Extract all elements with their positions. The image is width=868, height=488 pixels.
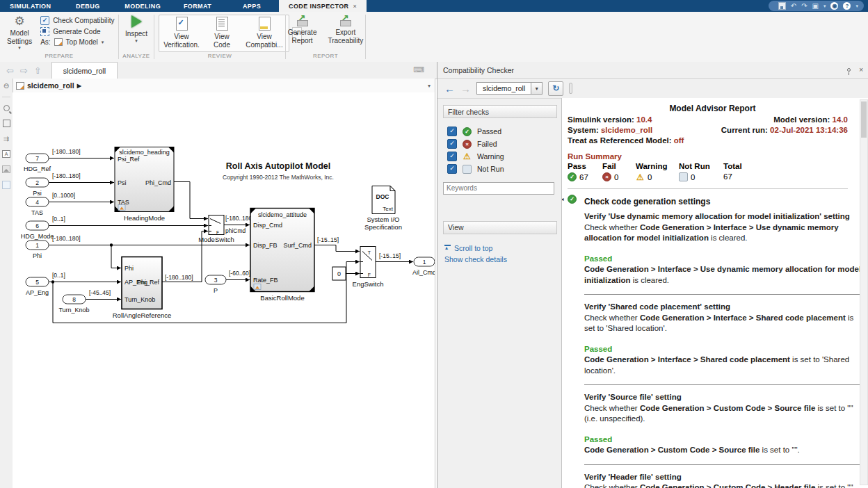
block-constant-zero[interactable]: 0 xyxy=(332,267,346,280)
model-canvas[interactable]: Roll Axis Autopilot Model Copyright 1990… xyxy=(13,92,435,488)
filter-item-failed[interactable]: ✓ × Failed xyxy=(447,139,557,149)
not-run-icon xyxy=(679,172,688,181)
signal-lines-icon[interactable]: ⇉ xyxy=(2,134,11,143)
tab-format[interactable]: FORMAT xyxy=(170,0,225,12)
check-subsection: Verify 'Source file' settingCheck whethe… xyxy=(584,392,860,456)
tab-code-inspector[interactable]: CODE INSPECTOR× xyxy=(279,0,367,12)
chevron-down-icon[interactable]: ▾ xyxy=(855,3,858,9)
tab-debug[interactable]: DEBUG xyxy=(61,0,115,12)
view-verification-label: View Verification. xyxy=(163,33,200,49)
chevron-down-icon[interactable]: ▾ xyxy=(823,3,826,9)
tab-apps[interactable]: APPS xyxy=(225,0,279,12)
splitter-handle[interactable] xyxy=(569,83,572,94)
scrollbar-thumb[interactable] xyxy=(861,101,867,138)
checkbox-checked[interactable]: ✓ xyxy=(447,139,457,149)
scroll-to-top-link[interactable]: Scroll to top xyxy=(444,244,557,252)
image-icon[interactable] xyxy=(2,165,11,174)
block-engswitch[interactable]: T F EngSwitch [-15..15] xyxy=(353,247,401,288)
capture-icon[interactable]: ▣ xyxy=(812,3,819,10)
view-header: View xyxy=(443,221,557,234)
show-check-details-link[interactable]: Show check details xyxy=(444,255,557,263)
generate-report-button[interactable]: ↗ Generate Report xyxy=(284,14,321,53)
report-scrollbar[interactable] xyxy=(860,99,868,485)
checkbox-checked[interactable]: ✓ xyxy=(447,164,457,174)
inspect-label: Inspect xyxy=(125,30,147,38)
view-code-button[interactable]: View Code xyxy=(204,15,240,51)
svg-text:Psi: Psi xyxy=(118,179,127,186)
svg-text:8: 8 xyxy=(72,296,76,303)
svg-text:[-60..60]: [-60..60] xyxy=(229,270,250,277)
block-headingmode[interactable]: slcidemo_heading Psi_Ref Psi TAS Phi_Cmd… xyxy=(115,147,174,222)
outport-ail-cmd[interactable]: 1 Ail_Cmd xyxy=(412,257,435,276)
back-icon[interactable]: ⇦ xyxy=(6,66,14,75)
view-compatibility-button[interactable]: View Compatibi... xyxy=(240,15,289,51)
pin-icon[interactable] xyxy=(847,68,851,72)
svg-text:[-180..180]: [-180..180] xyxy=(52,148,81,155)
up-icon[interactable]: ⇧ xyxy=(34,66,42,75)
undo-icon[interactable]: ↶ xyxy=(791,3,796,10)
check-compatibility-button[interactable]: ✓ Check Compatibility xyxy=(40,16,114,25)
annotation-icon[interactable]: A xyxy=(2,149,11,158)
panel-menu-icon[interactable]: × xyxy=(859,66,863,74)
redo-icon[interactable]: ↷ xyxy=(801,3,807,10)
breadcrumb[interactable]: slcidemo_roll ▶ xyxy=(16,81,81,90)
inport-turn-knob[interactable]: 8 Turn_Knob [-45..45] xyxy=(58,289,111,314)
block-basicrollmode[interactable]: slcidemo_attitude Disp_Cmd Disp_FB Rate_… xyxy=(250,209,339,302)
filter-column: Filter checks ✓ ✓ Passed ✓ × Failed ✓ ⚠ xyxy=(437,98,561,488)
as-top-model-select[interactable]: As: Top Model ▾ xyxy=(40,38,114,46)
close-tab-icon[interactable]: × xyxy=(353,3,357,10)
generate-code-button[interactable]: Generate Code xyxy=(40,27,114,36)
inport-ap-eng[interactable]: 5 AP_Eng [0..1] xyxy=(26,272,65,296)
svg-text:Rate_FB: Rate_FB xyxy=(253,277,278,284)
inport-hdg-ref[interactable]: 7 HDG_Ref [-180..180] xyxy=(24,148,81,172)
svg-text:5: 5 xyxy=(35,279,39,286)
diagram-copyright: Copyright 1990-2012 The MathWorks, Inc. xyxy=(223,174,334,181)
passed-icon: ✓ xyxy=(568,195,577,204)
export-traceability-icon: ↗ xyxy=(339,15,352,26)
svg-text:Specification: Specification xyxy=(364,223,402,231)
checkbox-checked[interactable]: ✓ xyxy=(447,127,457,136)
viewmark-icon[interactable] xyxy=(2,180,11,189)
filter-item-warning[interactable]: ✓ ⚠ Warning xyxy=(447,152,557,161)
forward-icon[interactable]: ⇨ xyxy=(20,66,28,75)
panel-forward-icon[interactable]: → xyxy=(460,83,471,94)
tab-simulation[interactable]: SIMULATION xyxy=(0,0,61,12)
save-icon[interactable] xyxy=(778,2,786,10)
tab-modeling[interactable]: MODELING xyxy=(115,0,170,12)
passed-icon: ✓ xyxy=(568,172,577,181)
model-settings-button[interactable]: ⚙ Model Settings ▾ xyxy=(3,14,36,53)
zoom-icon[interactable] xyxy=(2,104,11,113)
svg-text:Text: Text xyxy=(383,206,393,212)
fit-to-view-icon[interactable] xyxy=(2,119,11,128)
checkbox-checked[interactable]: ✓ xyxy=(447,152,457,161)
not-run-icon xyxy=(463,165,472,174)
keyboard-icon[interactable]: ⌨ xyxy=(413,65,424,74)
check-divider xyxy=(584,384,860,385)
collapse-icon[interactable]: ◄ xyxy=(562,197,565,202)
chevron-down-icon[interactable]: ▼ xyxy=(531,82,542,95)
svg-text:System I/O: System I/O xyxy=(367,215,400,223)
document-tab[interactable]: slcidemo_roll xyxy=(51,62,118,79)
filter-item-not-run[interactable]: ✓ Not Run xyxy=(447,164,557,174)
hide-browser-icon[interactable]: ⊖ xyxy=(2,81,11,90)
inport-p[interactable]: 3 P [-60..60] xyxy=(205,270,250,294)
svg-text:Turn_Knob: Turn_Knob xyxy=(58,307,89,314)
block-rollanglereference[interactable]: Phi AP_Eng Turn_Knob Phi_Ref RollAngleRe… xyxy=(113,257,193,319)
help-icon[interactable]: ? xyxy=(843,2,851,10)
model-select[interactable]: slcidemo_roll ▼ xyxy=(476,82,542,95)
panel-back-icon[interactable]: ← xyxy=(444,83,455,94)
inspect-button[interactable]: Inspect ▾ xyxy=(121,14,152,53)
view-verification-button[interactable]: View Verification. xyxy=(159,15,204,51)
block-doc-spec[interactable]: DOC Text System I/O Specification xyxy=(364,186,402,231)
refresh-button[interactable]: ↻ xyxy=(548,81,563,96)
filter-item-passed[interactable]: ✓ ✓ Passed xyxy=(447,127,557,136)
generate-report-icon: ↗ xyxy=(296,15,309,26)
record-icon[interactable]: ◉ xyxy=(830,2,838,10)
export-traceability-button[interactable]: ↗ Export Traceability xyxy=(323,14,367,53)
chevron-down-icon[interactable]: ▾ xyxy=(428,83,431,89)
filter-checks-header: Filter checks xyxy=(443,105,557,118)
keywords-input[interactable] xyxy=(443,182,554,195)
simulink-window: SIMULATION DEBUG MODELING FORMAT APPS CO… xyxy=(0,0,868,488)
tab-code-inspector-label: CODE INSPECTOR xyxy=(289,3,348,10)
svg-text:EngSwitch: EngSwitch xyxy=(353,280,384,288)
